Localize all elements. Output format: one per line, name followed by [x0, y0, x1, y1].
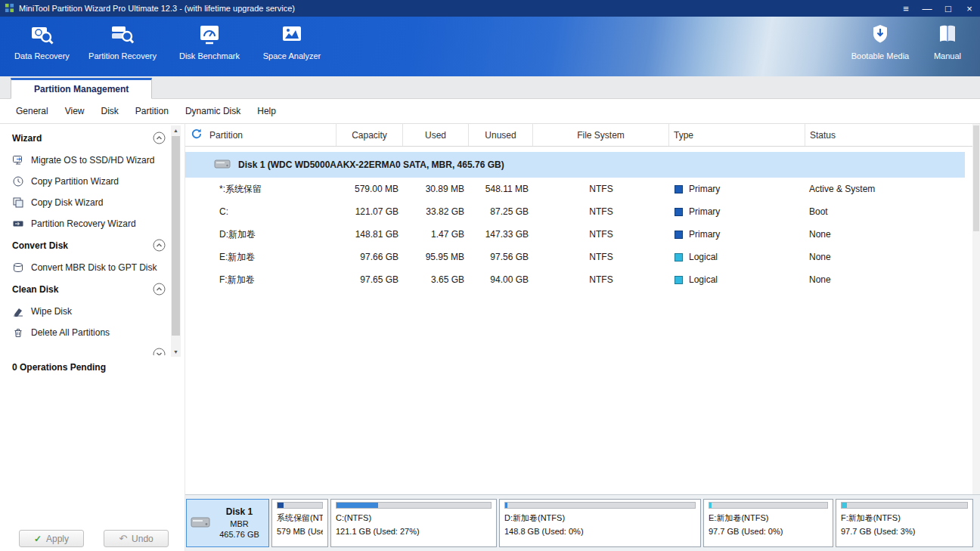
usage-bar	[277, 502, 323, 509]
chevron-up-circle-icon[interactable]	[153, 239, 166, 254]
usage-bar-fill	[505, 503, 507, 508]
sidebar-item-delete-all-partitions[interactable]: Delete All Partitions	[12, 322, 171, 343]
used-cell: 3.65 GB	[403, 268, 469, 291]
manual-icon	[936, 23, 959, 46]
menu-disk[interactable]: Disk	[93, 102, 127, 120]
column-header-file-system[interactable]: File System	[533, 124, 669, 146]
tab-partition-management[interactable]: Partition Management	[11, 78, 152, 99]
toolbar-label: Manual	[934, 51, 961, 60]
menu-icon[interactable]: ≡	[895, 0, 916, 17]
disk-group-row[interactable]: Disk 1 (WDC WD5000AAKX-22ERMA0 SATA, MBR…	[185, 152, 965, 178]
sidebar-section-partial[interactable]	[12, 343, 171, 355]
space-analyzer-button[interactable]: Space Analyzer	[252, 23, 332, 76]
used-cell: 33.82 GB	[403, 200, 469, 223]
undo-button[interactable]: ↶ Undo	[104, 530, 169, 547]
menu-help[interactable]: Help	[249, 102, 284, 120]
scrollbar-thumb[interactable]	[973, 125, 979, 231]
usage-bar	[336, 502, 492, 509]
menu-bar: General View Disk Partition Dynamic Disk…	[0, 99, 980, 124]
menu-general[interactable]: General	[8, 102, 57, 120]
sidebar-section-convert-disk[interactable]: Convert Disk	[12, 234, 171, 257]
status-cell: None	[805, 223, 972, 246]
file-system-cell: NTFS	[533, 200, 669, 223]
sidebar-item-copy-disk[interactable]: Copy Disk Wizard	[12, 192, 171, 213]
capacity-cell: 579.00 MB	[336, 178, 403, 200]
sidebar-item-wipe-disk[interactable]: Wipe Disk	[12, 301, 171, 322]
used-cell: 95.95 MB	[403, 246, 469, 268]
partition-row[interactable]: C: 121.07 GB 33.82 GB 87.25 GB NTFS Prim…	[185, 200, 972, 223]
delete-all-partitions-icon	[12, 327, 24, 339]
scroll-down-icon[interactable]: ▼	[171, 347, 181, 357]
menu-dynamic-disk[interactable]: Dynamic Disk	[177, 102, 249, 120]
file-system-cell: NTFS	[533, 178, 669, 200]
sidebar-item-migrate-os[interactable]: Migrate OS to SSD/HD Wizard	[12, 150, 171, 171]
partition-row[interactable]: E:新加卷 97.66 GB 95.95 MB 97.56 GB NTFS Lo…	[185, 246, 972, 268]
disk-scheme: MBR	[230, 518, 248, 529]
partition-row[interactable]: *:系统保留 579.00 MB 30.89 MB 548.11 MB NTFS…	[185, 178, 972, 200]
minimize-button[interactable]: —	[916, 0, 938, 17]
disk-map-partition-e[interactable]: E:新加卷(NTFS) 97.7 GB (Used: 0%)	[703, 499, 833, 547]
convert-mbr-gpt-icon	[12, 262, 24, 274]
disk-map-partition-system-reserved[interactable]: 系统保留(NTI 579 MB (Used	[271, 499, 328, 547]
partition-recovery-icon	[110, 23, 135, 46]
partition-row[interactable]: D:新加卷 148.81 GB 1.47 GB 147.33 GB NTFS P…	[185, 223, 972, 246]
usage-bar-fill	[842, 503, 847, 508]
status-cell: Active & System	[805, 178, 972, 200]
partition-row[interactable]: F:新加卷 97.65 GB 3.65 GB 94.00 GB NTFS Log…	[185, 268, 972, 291]
close-button[interactable]: ×	[959, 0, 980, 17]
disk-map-partition-f[interactable]: F:新加卷(NTFS) 97.7 GB (Used: 3%)	[836, 499, 973, 547]
column-header-partition[interactable]: Partition	[185, 124, 336, 146]
column-header-unused[interactable]: Unused	[469, 124, 533, 146]
disk-benchmark-button[interactable]: Disk Benchmark	[167, 23, 252, 76]
maximize-button[interactable]: □	[938, 0, 959, 17]
status-cell: None	[805, 268, 972, 291]
partition-block-size: 97.7 GB (Used: 0%)	[709, 525, 828, 539]
sidebar-item-label: Migrate OS to SSD/HD Wizard	[31, 155, 154, 166]
refresh-icon[interactable]	[191, 128, 203, 142]
menu-view[interactable]: View	[57, 102, 93, 120]
table-scrollbar[interactable]	[972, 124, 980, 494]
type-cell: Primary	[669, 200, 805, 223]
sidebar-scrollbar[interactable]: ▲ ▼	[171, 125, 181, 357]
sidebar-item-label: Partition Recovery Wizard	[31, 218, 136, 229]
chevron-down-circle-icon[interactable]	[153, 348, 166, 355]
bootable-media-button[interactable]: Bootable Media	[838, 23, 923, 76]
sidebar-item-copy-partition[interactable]: Copy Partition Wizard	[12, 171, 171, 192]
partition-block-size: 121.1 GB (Used: 27%)	[336, 525, 492, 539]
column-header-capacity[interactable]: Capacity	[336, 124, 403, 146]
apply-button[interactable]: ✓ Apply	[19, 530, 84, 547]
column-header-used[interactable]: Used	[403, 124, 469, 146]
sidebar-section-clean-disk[interactable]: Clean Disk	[12, 278, 171, 301]
chevron-up-circle-icon[interactable]	[153, 283, 166, 298]
menu-partition[interactable]: Partition	[127, 102, 177, 120]
disk-map-partition-d[interactable]: D:新加卷(NTFS) 148.8 GB (Used: 0%)	[499, 499, 701, 547]
sidebar-item-label: Delete All Partitions	[31, 327, 110, 338]
apply-label: Apply	[46, 534, 69, 544]
used-cell: 30.89 MB	[403, 178, 469, 200]
toolbar-label: Data Recovery	[14, 51, 70, 60]
disk-map-partition-c[interactable]: C:(NTFS) 121.1 GB (Used: 27%)	[330, 499, 497, 547]
sidebar-item-label: Copy Partition Wizard	[31, 176, 119, 187]
app-logo-icon	[5, 3, 14, 14]
chevron-up-circle-icon[interactable]	[153, 132, 166, 147]
usage-bar-fill	[336, 503, 378, 508]
scroll-up-icon[interactable]: ▲	[171, 125, 181, 135]
migrate-os-icon	[12, 154, 24, 166]
app-window: MiniTool Partition Wizard Pro Ultimate 1…	[0, 0, 980, 551]
column-header-type[interactable]: Type	[669, 124, 805, 146]
usage-bar-fill	[709, 503, 712, 508]
sidebar-item-convert-mbr-gpt[interactable]: Convert MBR Disk to GPT Disk	[12, 257, 171, 278]
sidebar-item-partition-recovery-wizard[interactable]: Partition Recovery Wizard	[12, 213, 171, 234]
partition-block-size: 97.7 GB (Used: 3%)	[841, 525, 968, 539]
partition-block-label: D:新加卷(NTFS)	[504, 512, 696, 525]
partition-recovery-button[interactable]: Partition Recovery	[78, 23, 167, 76]
data-recovery-button[interactable]: Data Recovery	[6, 23, 78, 76]
manual-button[interactable]: Manual	[923, 23, 972, 76]
toolbar-label: Bootable Media	[851, 51, 909, 60]
column-header-status[interactable]: Status	[805, 124, 972, 146]
scrollbar-thumb[interactable]	[172, 136, 180, 336]
disk-map-disk-info[interactable]: Disk 1 MBR 465.76 GB	[186, 499, 269, 547]
window-controls: ≡ — □ ×	[895, 0, 980, 17]
sidebar-section-wizard[interactable]: Wizard	[12, 127, 171, 150]
partition-name: E:新加卷	[185, 246, 336, 268]
